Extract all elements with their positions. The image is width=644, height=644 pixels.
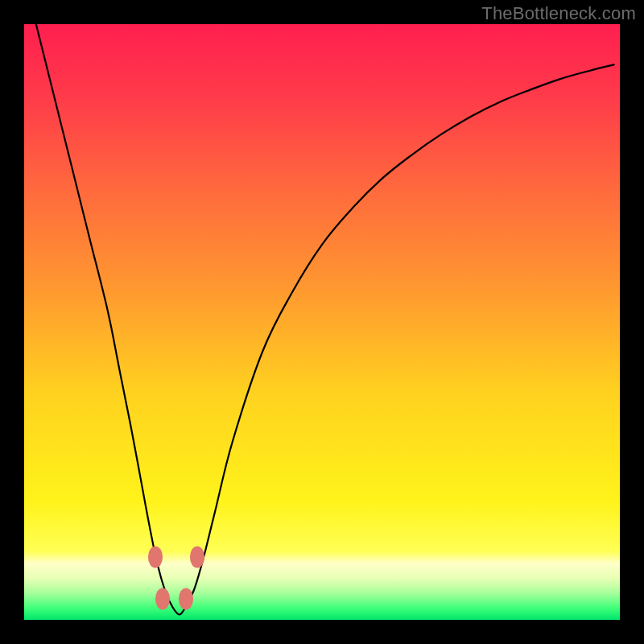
watermark-text: TheBottleneck.com <box>481 3 636 24</box>
highlight-marker <box>148 547 163 568</box>
highlight-marker <box>179 588 193 610</box>
highlight-marker <box>155 588 170 610</box>
highlight-marker <box>190 547 204 568</box>
plot-area <box>24 24 620 620</box>
chart-frame: TheBottleneck.com <box>0 0 644 644</box>
markers-layer <box>24 24 620 620</box>
